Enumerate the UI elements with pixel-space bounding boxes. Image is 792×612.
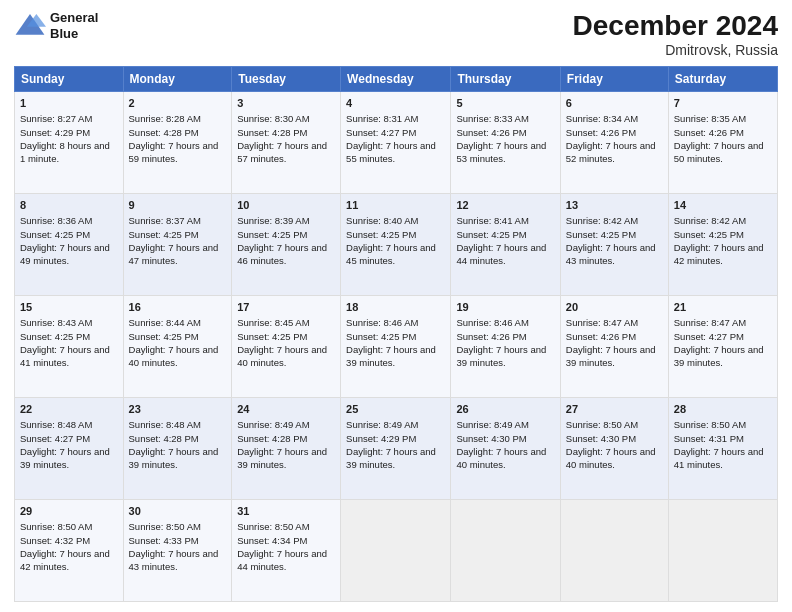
calendar-table: SundayMondayTuesdayWednesdayThursdayFrid…: [14, 66, 778, 602]
day-cell: [451, 500, 560, 602]
day-cell: 4Sunrise: 8:31 AMSunset: 4:27 PMDaylight…: [341, 92, 451, 194]
day-cell: 26Sunrise: 8:49 AMSunset: 4:30 PMDayligh…: [451, 398, 560, 500]
day-cell: 23Sunrise: 8:48 AMSunset: 4:28 PMDayligh…: [123, 398, 232, 500]
sunrise-label: Sunrise: 8:48 AM: [129, 419, 201, 430]
header-row: SundayMondayTuesdayWednesdayThursdayFrid…: [15, 67, 778, 92]
daylight-label: Daylight: 7 hours and 41 minutes.: [20, 344, 110, 368]
sunrise-label: Sunrise: 8:46 AM: [346, 317, 418, 328]
daylight-label: Daylight: 7 hours and 41 minutes.: [674, 446, 764, 470]
day-number: 29: [20, 504, 118, 519]
daylight-label: Daylight: 8 hours and 1 minute.: [20, 140, 110, 164]
daylight-label: Daylight: 7 hours and 39 minutes.: [566, 344, 656, 368]
sunset-label: Sunset: 4:29 PM: [346, 433, 416, 444]
day-cell: 7Sunrise: 8:35 AMSunset: 4:26 PMDaylight…: [668, 92, 777, 194]
sunrise-label: Sunrise: 8:41 AM: [456, 215, 528, 226]
daylight-label: Daylight: 7 hours and 39 minutes.: [456, 344, 546, 368]
week-row-4: 22Sunrise: 8:48 AMSunset: 4:27 PMDayligh…: [15, 398, 778, 500]
week-row-1: 1Sunrise: 8:27 AMSunset: 4:29 PMDaylight…: [15, 92, 778, 194]
col-header-wednesday: Wednesday: [341, 67, 451, 92]
logo-line2: Blue: [50, 26, 98, 42]
daylight-label: Daylight: 7 hours and 43 minutes.: [566, 242, 656, 266]
sunset-label: Sunset: 4:32 PM: [20, 535, 90, 546]
sunrise-label: Sunrise: 8:35 AM: [674, 113, 746, 124]
day-number: 20: [566, 300, 663, 315]
daylight-label: Daylight: 7 hours and 53 minutes.: [456, 140, 546, 164]
day-number: 16: [129, 300, 227, 315]
week-row-5: 29Sunrise: 8:50 AMSunset: 4:32 PMDayligh…: [15, 500, 778, 602]
day-number: 27: [566, 402, 663, 417]
day-cell: 13Sunrise: 8:42 AMSunset: 4:25 PMDayligh…: [560, 194, 668, 296]
daylight-label: Daylight: 7 hours and 40 minutes.: [456, 446, 546, 470]
sunrise-label: Sunrise: 8:45 AM: [237, 317, 309, 328]
col-header-saturday: Saturday: [668, 67, 777, 92]
daylight-label: Daylight: 7 hours and 39 minutes.: [20, 446, 110, 470]
sunset-label: Sunset: 4:25 PM: [20, 229, 90, 240]
sunset-label: Sunset: 4:26 PM: [456, 127, 526, 138]
day-number: 3: [237, 96, 335, 111]
sunset-label: Sunset: 4:27 PM: [20, 433, 90, 444]
sunset-label: Sunset: 4:30 PM: [456, 433, 526, 444]
sunrise-label: Sunrise: 8:42 AM: [674, 215, 746, 226]
day-cell: [560, 500, 668, 602]
day-cell: [341, 500, 451, 602]
day-number: 13: [566, 198, 663, 213]
day-number: 26: [456, 402, 554, 417]
sunset-label: Sunset: 4:26 PM: [566, 331, 636, 342]
day-cell: 14Sunrise: 8:42 AMSunset: 4:25 PMDayligh…: [668, 194, 777, 296]
daylight-label: Daylight: 7 hours and 49 minutes.: [20, 242, 110, 266]
day-number: 14: [674, 198, 772, 213]
sunrise-label: Sunrise: 8:30 AM: [237, 113, 309, 124]
day-cell: 3Sunrise: 8:30 AMSunset: 4:28 PMDaylight…: [232, 92, 341, 194]
daylight-label: Daylight: 7 hours and 55 minutes.: [346, 140, 436, 164]
day-cell: 10Sunrise: 8:39 AMSunset: 4:25 PMDayligh…: [232, 194, 341, 296]
daylight-label: Daylight: 7 hours and 42 minutes.: [674, 242, 764, 266]
col-header-thursday: Thursday: [451, 67, 560, 92]
daylight-label: Daylight: 7 hours and 44 minutes.: [237, 548, 327, 572]
sunrise-label: Sunrise: 8:50 AM: [237, 521, 309, 532]
daylight-label: Daylight: 7 hours and 44 minutes.: [456, 242, 546, 266]
daylight-label: Daylight: 7 hours and 42 minutes.: [20, 548, 110, 572]
day-number: 19: [456, 300, 554, 315]
col-header-monday: Monday: [123, 67, 232, 92]
header: General Blue December 2024 Dmitrovsk, Ru…: [14, 10, 778, 58]
sunset-label: Sunset: 4:27 PM: [346, 127, 416, 138]
daylight-label: Daylight: 7 hours and 40 minutes.: [566, 446, 656, 470]
day-number: 23: [129, 402, 227, 417]
day-number: 8: [20, 198, 118, 213]
sunset-label: Sunset: 4:25 PM: [20, 331, 90, 342]
sunrise-label: Sunrise: 8:48 AM: [20, 419, 92, 430]
day-number: 17: [237, 300, 335, 315]
col-header-friday: Friday: [560, 67, 668, 92]
day-cell: 16Sunrise: 8:44 AMSunset: 4:25 PMDayligh…: [123, 296, 232, 398]
sunset-label: Sunset: 4:25 PM: [237, 331, 307, 342]
day-number: 7: [674, 96, 772, 111]
sunrise-label: Sunrise: 8:33 AM: [456, 113, 528, 124]
daylight-label: Daylight: 7 hours and 50 minutes.: [674, 140, 764, 164]
day-cell: 21Sunrise: 8:47 AMSunset: 4:27 PMDayligh…: [668, 296, 777, 398]
day-number: 12: [456, 198, 554, 213]
day-cell: 11Sunrise: 8:40 AMSunset: 4:25 PMDayligh…: [341, 194, 451, 296]
sunset-label: Sunset: 4:30 PM: [566, 433, 636, 444]
day-cell: 2Sunrise: 8:28 AMSunset: 4:28 PMDaylight…: [123, 92, 232, 194]
day-cell: 20Sunrise: 8:47 AMSunset: 4:26 PMDayligh…: [560, 296, 668, 398]
day-number: 1: [20, 96, 118, 111]
day-number: 10: [237, 198, 335, 213]
day-number: 24: [237, 402, 335, 417]
sunset-label: Sunset: 4:25 PM: [566, 229, 636, 240]
sunset-label: Sunset: 4:29 PM: [20, 127, 90, 138]
day-cell: 9Sunrise: 8:37 AMSunset: 4:25 PMDaylight…: [123, 194, 232, 296]
sunset-label: Sunset: 4:25 PM: [346, 229, 416, 240]
day-number: 6: [566, 96, 663, 111]
day-cell: 1Sunrise: 8:27 AMSunset: 4:29 PMDaylight…: [15, 92, 124, 194]
day-cell: 19Sunrise: 8:46 AMSunset: 4:26 PMDayligh…: [451, 296, 560, 398]
sunset-label: Sunset: 4:26 PM: [456, 331, 526, 342]
day-cell: 18Sunrise: 8:46 AMSunset: 4:25 PMDayligh…: [341, 296, 451, 398]
sunrise-label: Sunrise: 8:47 AM: [674, 317, 746, 328]
day-cell: 24Sunrise: 8:49 AMSunset: 4:28 PMDayligh…: [232, 398, 341, 500]
sunset-label: Sunset: 4:26 PM: [566, 127, 636, 138]
daylight-label: Daylight: 7 hours and 47 minutes.: [129, 242, 219, 266]
sunrise-label: Sunrise: 8:31 AM: [346, 113, 418, 124]
daylight-label: Daylight: 7 hours and 39 minutes.: [346, 446, 436, 470]
sunset-label: Sunset: 4:34 PM: [237, 535, 307, 546]
logo-line1: General: [50, 10, 98, 26]
